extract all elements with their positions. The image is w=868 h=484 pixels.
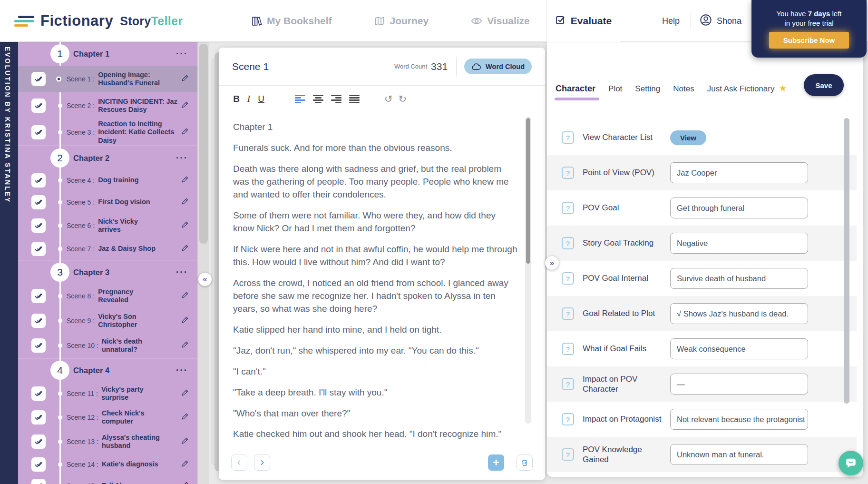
scene-item[interactable]: Scene 4 : Dog training: [18, 169, 197, 191]
redo-button[interactable]: ↻: [399, 93, 407, 105]
pov-knowledge-gained-input[interactable]: Unknown man at funeral.: [670, 444, 808, 465]
scene-complete-checkbox[interactable]: [31, 338, 46, 353]
tab-setting[interactable]: Setting: [635, 84, 660, 94]
scene-complete-checkbox[interactable]: [31, 125, 46, 139]
edit-scene-icon[interactable]: [181, 175, 189, 186]
help-tooltip-icon[interactable]: ?: [562, 202, 574, 214]
edit-scene-icon[interactable]: [181, 291, 189, 301]
next-scene-button[interactable]: [254, 454, 270, 471]
scene-item[interactable]: Scene 11 : Vicky's party surprise: [18, 382, 197, 405]
align-right-button[interactable]: [331, 95, 341, 103]
chapter-header[interactable]: 1 Chapter 1 ···: [18, 42, 197, 66]
scene-item[interactable]: Scene 3 : Reaction to Inciting Incident:…: [18, 119, 197, 146]
bold-button[interactable]: B: [230, 94, 243, 104]
scene-complete-checkbox[interactable]: [31, 173, 46, 188]
edit-scene-icon[interactable]: [181, 388, 189, 399]
scene-item[interactable]: Scene 14 : Katie's diagnosis: [18, 454, 197, 475]
scene-complete-checkbox[interactable]: [31, 386, 46, 401]
sidebar-scrollbar-thumb[interactable]: [199, 44, 208, 244]
view-character-list-button[interactable]: View: [670, 130, 706, 145]
previous-scene-button[interactable]: [231, 454, 247, 471]
align-left-button[interactable]: [295, 95, 305, 103]
nav-my-bookshelf[interactable]: My Bookshelf: [251, 15, 332, 27]
edit-scene-icon[interactable]: [181, 220, 189, 231]
chapter-menu-icon[interactable]: ···: [176, 49, 188, 59]
chapter-menu-icon[interactable]: ···: [176, 267, 188, 277]
scene-complete-checkbox[interactable]: [31, 314, 46, 328]
help-tooltip-icon[interactable]: ?: [562, 237, 574, 249]
tab-just-ask-fictionary[interactable]: Just Ask Fictionary: [707, 84, 775, 94]
help-tooltip-icon[interactable]: ?: [562, 343, 574, 355]
word-cloud-button[interactable]: Word Cloud: [464, 59, 532, 74]
scene-item[interactable]: Scene 1 : Opening Image: Husband's Funer…: [18, 66, 197, 92]
undo-button[interactable]: ↺: [384, 93, 393, 105]
edit-scene-icon[interactable]: [181, 459, 189, 470]
nav-journey[interactable]: Journey: [374, 15, 429, 27]
scene-item[interactable]: Scene 2 : INCITING INCIDENT: Jaz Rescues…: [18, 92, 197, 119]
scene-complete-checkbox[interactable]: [31, 457, 46, 472]
help-tooltip-icon[interactable]: ?: [562, 307, 574, 320]
what-if-goal-fails-input[interactable]: Weak consequence: [670, 338, 808, 359]
panel-scrollbar-thumb[interactable]: [844, 118, 849, 404]
nav-evaluate[interactable]: Evaluate: [546, 0, 620, 42]
scene-complete-checkbox[interactable]: [31, 289, 46, 303]
edit-scene-icon[interactable]: [181, 412, 189, 423]
pov-goal-input[interactable]: Get through funeral: [670, 198, 808, 218]
delete-scene-button[interactable]: [517, 454, 533, 471]
scene-complete-checkbox[interactable]: [31, 218, 46, 233]
scene-item[interactable]: Scene 10 : Nick's death unnatural?: [18, 333, 197, 358]
edit-scene-icon[interactable]: [181, 197, 189, 207]
user-menu[interactable]: Shona: [699, 0, 741, 42]
scene-complete-checkbox[interactable]: [31, 195, 46, 209]
impact-on-pov-character-input[interactable]: —: [670, 374, 808, 395]
scene-item[interactable]: Scene 5 : First Dog vision: [18, 191, 197, 213]
edit-scene-icon[interactable]: [181, 316, 189, 326]
edit-scene-icon[interactable]: [181, 74, 189, 84]
chapter-header[interactable]: 3 Chapter 3 ···: [18, 260, 197, 284]
help-tooltip-icon[interactable]: ?: [562, 167, 574, 179]
edit-scene-icon[interactable]: [181, 481, 189, 484]
scene-complete-checkbox[interactable]: [31, 435, 46, 449]
help-link[interactable]: Help: [662, 0, 680, 42]
edit-scene-icon[interactable]: [181, 340, 189, 351]
nav-visualize[interactable]: Visualize: [470, 15, 530, 27]
pov-input[interactable]: Jaz Cooper: [670, 162, 808, 183]
live-chat-button[interactable]: [839, 451, 863, 475]
scene-text-editor[interactable]: Chapter 1 Funerals suck. And for more th…: [219, 112, 545, 445]
chapter-menu-icon[interactable]: ···: [176, 365, 188, 375]
align-center-button[interactable]: [313, 95, 323, 103]
scene-complete-checkbox[interactable]: [31, 410, 46, 425]
scene-complete-checkbox[interactable]: [31, 99, 46, 113]
help-tooltip-icon[interactable]: ?: [562, 413, 574, 425]
scene-item[interactable]: Scene 6 : Nick's Vicky arrives: [18, 213, 197, 238]
justify-button[interactable]: [349, 95, 360, 103]
edit-scene-icon[interactable]: [181, 244, 189, 254]
impact-on-protagonist-input[interactable]: Not relevant because the protagonist is …: [670, 409, 808, 430]
pov-goal-internal-input[interactable]: Survive death of husband: [670, 268, 808, 289]
help-tooltip-icon[interactable]: ?: [562, 272, 574, 285]
chapter-header[interactable]: 4 Chapter 4 ···: [18, 358, 197, 382]
add-scene-button[interactable]: +: [488, 454, 504, 471]
editor-scrollbar[interactable]: [525, 117, 531, 424]
scene-complete-checkbox[interactable]: [31, 242, 46, 256]
edit-scene-icon[interactable]: [181, 436, 189, 447]
scene-item[interactable]: Scene 12 : Check Nick's computer: [18, 405, 197, 429]
scene-complete-checkbox[interactable]: [31, 479, 46, 484]
tab-plot[interactable]: Plot: [608, 84, 622, 94]
scene-complete-checkbox[interactable]: [31, 72, 46, 86]
goal-related-to-plot-input[interactable]: √ Shows Jaz's husband is dead.: [670, 303, 808, 324]
edit-scene-icon[interactable]: [181, 100, 189, 111]
fictionary-logo[interactable]: Fictionary StoryTeller: [14, 0, 183, 42]
scene-item[interactable]: Scene 15 : Tell Alyssa: [18, 475, 197, 484]
help-tooltip-icon[interactable]: ?: [562, 378, 574, 390]
scene-item[interactable]: Scene 9 : Vicky's Son Christopher: [18, 308, 197, 333]
help-tooltip-icon[interactable]: ?: [562, 448, 574, 461]
edit-scene-icon[interactable]: [181, 127, 189, 138]
tab-character[interactable]: Character: [556, 84, 595, 94]
editor-scrollbar-thumb[interactable]: [525, 117, 531, 265]
scene-item[interactable]: Scene 7 : Jaz & Daisy Shop: [18, 238, 197, 260]
underline-button[interactable]: U: [255, 94, 267, 104]
scene-item[interactable]: Scene 8 : Pregnancy Revealed: [18, 284, 197, 308]
subscribe-now-button[interactable]: Subscribe Now: [769, 32, 849, 49]
story-goal-tracking-input[interactable]: Negative: [670, 233, 808, 254]
